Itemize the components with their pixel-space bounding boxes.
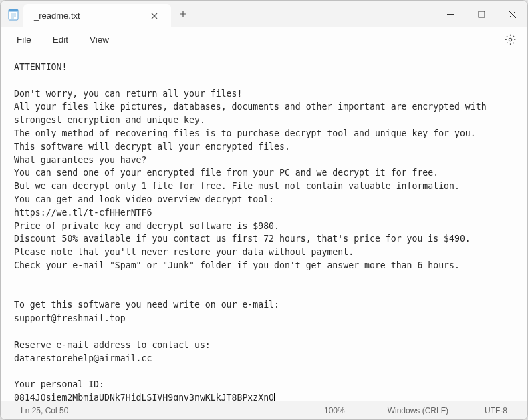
tab-title: _readme.txt	[34, 11, 80, 21]
menubar: File Edit View	[1, 27, 527, 51]
titlebar[interactable]: _readme.txt	[1, 1, 527, 27]
svg-rect-5	[479, 11, 485, 17]
settings-button[interactable]	[499, 29, 521, 50]
close-button[interactable]	[497, 1, 527, 27]
new-tab-button[interactable]	[171, 1, 195, 27]
menu-file[interactable]: File	[7, 31, 41, 49]
maximize-button[interactable]	[466, 1, 497, 27]
menu-edit[interactable]: Edit	[43, 31, 78, 49]
text-cursor	[274, 393, 275, 401]
status-line-ending[interactable]: Windows (CRLF)	[380, 406, 456, 415]
tab-close-button[interactable]	[147, 9, 162, 23]
titlebar-drag-region[interactable]	[195, 1, 435, 27]
status-position[interactable]: Ln 25, Col 50	[13, 406, 76, 415]
menu-view[interactable]: View	[80, 31, 118, 49]
svg-point-6	[509, 38, 511, 41]
status-encoding[interactable]: UTF-8	[477, 406, 515, 415]
titlebar-left	[1, 1, 19, 27]
window-controls	[435, 1, 527, 27]
minimize-button[interactable]	[435, 1, 466, 27]
notepad-icon	[7, 7, 19, 21]
status-zoom[interactable]: 100%	[316, 406, 353, 415]
tab-active[interactable]: _readme.txt	[23, 4, 171, 27]
text-editor-area[interactable]: ATTENTION! Don't worry, you can return a…	[1, 51, 527, 401]
statusbar: Ln 25, Col 50 100% Windows (CRLF) UTF-8	[1, 401, 527, 419]
notepad-window: _readme.txt File Edit View	[0, 0, 528, 420]
svg-rect-1	[9, 9, 18, 12]
